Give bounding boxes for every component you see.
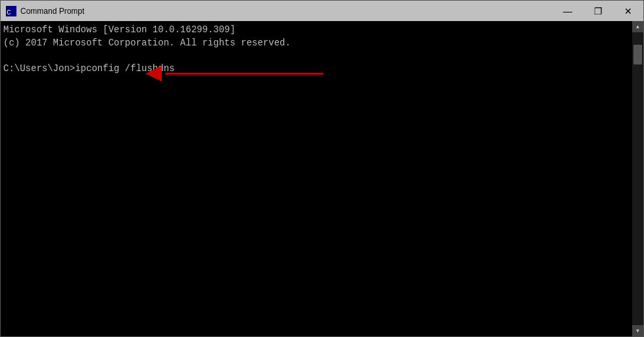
title-bar-controls: — ❐ ✕ — [553, 1, 643, 21]
scrollbar-thumb[interactable] — [633, 45, 642, 65]
title-bar: C Command Prompt — ❐ ✕ — [1, 1, 643, 21]
window-title: Command Prompt — [20, 7, 84, 16]
scrollbar[interactable]: ▲ ▼ — [632, 21, 643, 336]
scrollbar-down-arrow[interactable]: ▼ — [632, 325, 643, 336]
title-bar-left: C Command Prompt — [6, 6, 84, 16]
minimize-button[interactable]: — — [553, 1, 583, 21]
console-line4: C:\Users\Jon>ipconfig /flushdns — [3, 63, 174, 74]
svg-text:C: C — [7, 9, 11, 16]
console-line1: Microsoft Windows [Version 10.0.16299.30… — [3, 24, 235, 35]
maximize-button[interactable]: ❐ — [583, 1, 613, 21]
cmd-icon: C — [6, 6, 16, 16]
close-button[interactable]: ✕ — [613, 1, 643, 21]
window: C Command Prompt — ❐ ✕ Microsoft Windows… — [0, 0, 644, 337]
console-body[interactable]: Microsoft Windows [Version 10.0.16299.30… — [1, 21, 643, 336]
console-output: Microsoft Windows [Version 10.0.16299.30… — [3, 24, 641, 75]
scrollbar-track — [632, 32, 643, 325]
console-line2: (c) 2017 Microsoft Corporation. All righ… — [3, 38, 291, 48]
scrollbar-up-arrow[interactable]: ▲ — [632, 21, 643, 32]
